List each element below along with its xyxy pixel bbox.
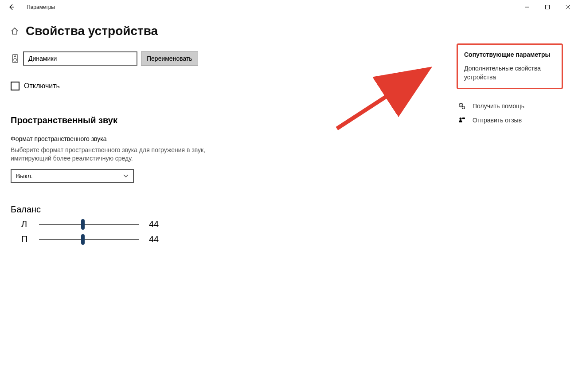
minimize-icon: [525, 5, 529, 9]
get-help-link[interactable]: ? Получить помощь: [457, 102, 563, 110]
send-feedback-link[interactable]: Отправить отзыв: [457, 117, 563, 124]
page-title: Свойства устройства: [26, 24, 158, 38]
balance-heading: Баланс: [11, 204, 294, 215]
spatial-description: Выберите формат пространственного звука …: [11, 146, 215, 163]
balance-right-thumb[interactable]: [81, 234, 85, 245]
disable-checkbox[interactable]: [11, 82, 20, 90]
help-icon: ?: [458, 102, 465, 110]
related-settings-highlight: Сопутствующие параметры Дополнительные с…: [457, 43, 563, 89]
back-button[interactable]: [4, 0, 19, 14]
svg-point-11: [460, 118, 462, 120]
speaker-icon: [11, 54, 20, 63]
balance-left-thumb[interactable]: [81, 219, 85, 230]
svg-text:?: ?: [460, 104, 462, 107]
spatial-format-value: Выкл.: [16, 172, 33, 180]
window-minimize-button[interactable]: [517, 0, 537, 14]
additional-device-properties-link[interactable]: Дополнительные свойства устройства: [464, 64, 555, 82]
feedback-icon: [458, 117, 465, 124]
main-panel: Свойства устройства Переименовать Отключ…: [11, 24, 294, 248]
spatial-format-select[interactable]: Выкл.: [11, 169, 134, 183]
disable-checkbox-row[interactable]: Отключить: [11, 82, 294, 90]
app-title: Параметры: [27, 4, 55, 10]
titlebar: Параметры: [0, 0, 578, 14]
maximize-icon: [545, 5, 550, 9]
get-help-label: Получить помощь: [473, 102, 524, 110]
svg-rect-2: [546, 5, 550, 9]
device-name-input[interactable]: [23, 51, 137, 66]
send-feedback-label: Отправить отзыв: [473, 117, 522, 124]
window-close-button[interactable]: [558, 0, 578, 14]
chevron-down-icon: [123, 174, 129, 178]
disable-label: Отключить: [24, 82, 60, 90]
balance-right-label: П: [11, 234, 37, 244]
side-panel: Сопутствующие параметры Дополнительные с…: [457, 43, 563, 131]
close-icon: [566, 5, 570, 9]
related-settings-heading: Сопутствующие параметры: [464, 51, 555, 58]
home-icon[interactable]: [11, 27, 19, 35]
balance-left-slider[interactable]: [39, 224, 139, 225]
svg-point-10: [462, 106, 465, 109]
rename-button[interactable]: Переименовать: [141, 51, 198, 66]
balance-right-slider[interactable]: [39, 239, 139, 240]
balance-left-label: Л: [11, 219, 37, 229]
window-maximize-button[interactable]: [537, 0, 558, 14]
back-arrow-icon: [8, 4, 15, 11]
svg-point-7: [14, 59, 16, 61]
balance-right-value: 44: [149, 234, 159, 244]
spatial-format-label: Формат пространственного звука: [11, 135, 294, 142]
svg-rect-12: [462, 118, 465, 119]
balance-left-value: 44: [149, 219, 159, 229]
svg-point-6: [15, 56, 16, 57]
spatial-sound-heading: Пространственный звук: [11, 115, 294, 125]
